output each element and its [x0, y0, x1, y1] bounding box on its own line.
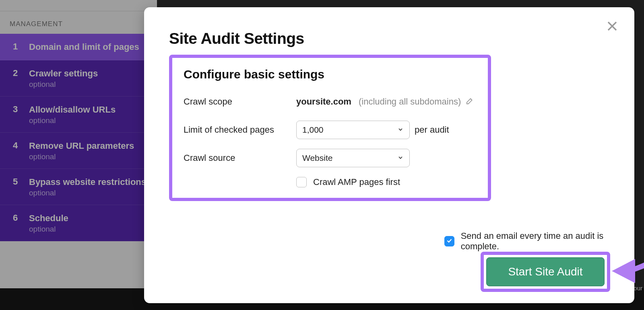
email-on-complete-row: Send an email every time an audit is com…: [444, 231, 634, 252]
crawl-amp-checkbox[interactable]: [296, 177, 307, 187]
crawl-scope-note: (including all subdomains): [359, 96, 461, 107]
crawl-scope-label: Crawl scope: [184, 96, 296, 107]
limit-pages-select[interactable]: 1,000: [296, 121, 410, 139]
start-button-highlight-frame: Start Site Audit: [481, 252, 610, 292]
email-on-complete-label: Send an email every time an audit is com…: [461, 231, 634, 252]
chevron-down-icon: [397, 125, 404, 135]
limit-pages-value: 1,000: [302, 125, 324, 135]
start-site-audit-button[interactable]: Start Site Audit: [486, 257, 605, 286]
svg-marker-3: [612, 259, 635, 283]
crawl-amp-label: Crawl AMP pages first: [313, 177, 400, 187]
crawl-source-select[interactable]: Website: [296, 149, 410, 167]
pencil-icon: [466, 97, 475, 107]
basic-settings-subtitle: Configure basic settings: [184, 68, 477, 81]
start-button-label: Start Site Audit: [508, 265, 582, 278]
edit-crawl-scope-button[interactable]: [466, 96, 475, 107]
crawl-scope-domain: yoursite.com: [296, 96, 351, 107]
crawl-amp-row: Crawl AMP pages first: [296, 177, 477, 187]
check-icon: [446, 237, 453, 246]
chevron-down-icon: [397, 153, 404, 163]
crawl-source-row: Crawl source Website: [184, 149, 477, 167]
crawl-source-value: Website: [302, 153, 332, 163]
per-audit-label: per audit: [415, 125, 449, 135]
close-button[interactable]: [605, 20, 619, 34]
crawl-source-label: Crawl source: [184, 153, 296, 163]
close-icon: [606, 20, 618, 34]
email-on-complete-checkbox[interactable]: [444, 236, 454, 246]
modal-title: Site Audit Settings: [169, 30, 609, 47]
site-audit-settings-modal: Site Audit Settings Configure basic sett…: [144, 7, 634, 303]
limit-pages-label: Limit of checked pages: [184, 125, 296, 135]
basic-settings-frame: Configure basic settings Crawl scope you…: [169, 55, 491, 201]
limit-pages-row: Limit of checked pages 1,000 per audit: [184, 121, 477, 139]
crawl-scope-row: Crawl scope yoursite.com (including all …: [184, 92, 477, 111]
